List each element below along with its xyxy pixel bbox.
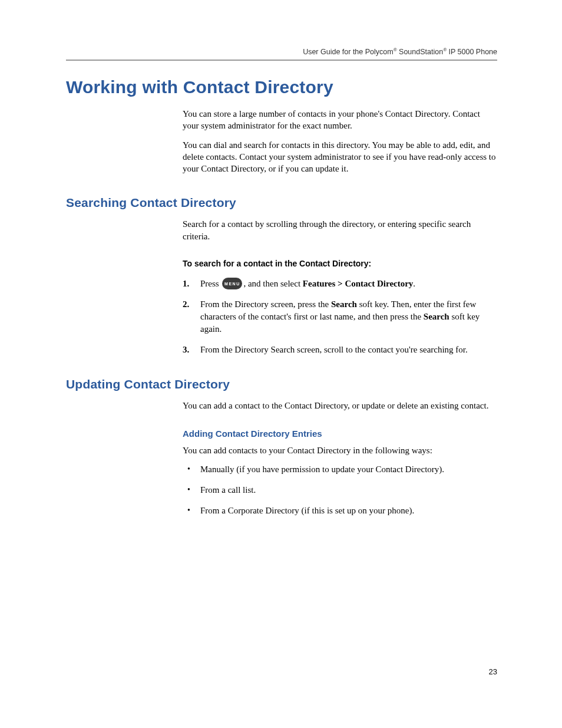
running-header-text-3: IP 5000 Phone	[447, 48, 497, 56]
bullet-2-text: From a call list.	[200, 485, 256, 495]
page-number: 23	[489, 667, 497, 676]
intro-block: You can store a large number of contacts…	[183, 108, 497, 174]
menu-button-icon: MENU	[222, 278, 242, 289]
procedure-lead: To search for a contact in the Contact D…	[183, 259, 497, 268]
bullet-1: Manually (if you have permission to upda…	[183, 463, 497, 476]
updating-paragraph: You can add a contact to the Contact Dir…	[183, 400, 497, 411]
page: User Guide for the Polycom® SoundStation…	[0, 0, 562, 728]
step-3-text: From the Directory Search screen, scroll…	[200, 345, 468, 354]
page-title: Working with Contact Directory	[66, 77, 497, 97]
running-header: User Guide for the Polycom® SoundStation…	[66, 47, 497, 56]
step-2-search-1: Search	[331, 299, 357, 309]
step-1: Press MENU, and then select Features > C…	[183, 278, 497, 291]
step-1-features: Features	[303, 279, 336, 288]
adding-paragraph: You can add contacts to your Contact Dir…	[183, 444, 497, 456]
running-header-text-1: User Guide for the Polycom	[303, 48, 394, 56]
step-1-text-a: Press	[200, 279, 221, 288]
searching-paragraph: Search for a contact by scrolling throug…	[183, 218, 497, 242]
updating-block: You can add a contact to the Contact Dir…	[183, 400, 497, 517]
step-1-period: .	[413, 279, 415, 288]
intro-paragraph-2: You can dial and search for contacts in …	[183, 139, 497, 175]
bullet-1-text: Manually (if you have permission to upda…	[200, 465, 444, 474]
bullet-3: From a Corporate Directory (if this is s…	[183, 505, 497, 517]
header-rule	[66, 60, 497, 61]
step-3: From the Directory Search screen, scroll…	[183, 344, 497, 356]
step-2-search-2: Search	[424, 312, 449, 321]
procedure-steps: Press MENU, and then select Features > C…	[183, 278, 497, 357]
step-1-gt: >	[335, 279, 345, 288]
section-heading-searching: Searching Contact Directory	[66, 196, 497, 210]
subsection-heading-adding: Adding Contact Directory Entries	[183, 429, 497, 439]
step-2: From the Directory screen, press the Sea…	[183, 298, 497, 335]
bullet-3-text: From a Corporate Directory (if this is s…	[200, 506, 414, 515]
searching-block: Search for a contact by scrolling throug…	[183, 218, 497, 356]
adding-bullet-list: Manually (if you have permission to upda…	[183, 463, 497, 517]
running-header-text-2: SoundStation	[397, 48, 444, 56]
bullet-2: From a call list.	[183, 484, 497, 496]
section-heading-updating: Updating Contact Directory	[66, 377, 497, 391]
step-1-contact-directory: Contact Directory	[345, 279, 413, 288]
step-2-text-a: From the Directory screen, press the	[200, 299, 331, 309]
intro-paragraph-1: You can store a large number of contacts…	[183, 108, 497, 132]
step-1-text-b: , and then select	[243, 279, 302, 288]
